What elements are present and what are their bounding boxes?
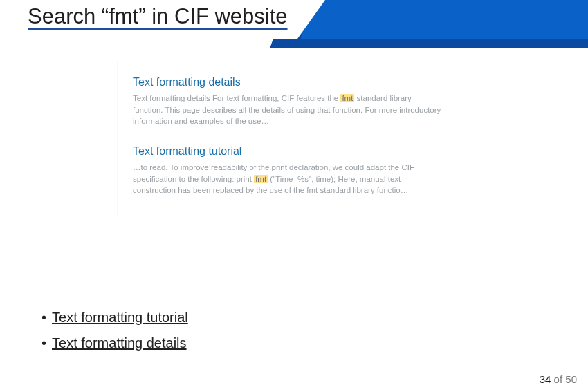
result-snippet: …to read. To improve readability of the … xyxy=(133,162,441,196)
result-title[interactable]: Text formatting tutorial xyxy=(133,145,441,158)
search-results-panel: Text formatting details Text formatting … xyxy=(118,62,457,216)
bullet-dot-icon: • xyxy=(42,310,46,324)
highlight-term: fmt xyxy=(254,175,268,183)
search-result: Text formatting tutorial …to read. To im… xyxy=(133,145,441,196)
slide-title: Search “fmt” in CIF website xyxy=(28,4,288,29)
list-item: • Text formatting details xyxy=(42,335,188,351)
search-result: Text formatting details Text formatting … xyxy=(133,76,441,127)
page-number: 34 of 50 xyxy=(540,373,577,385)
highlight-term: fmt xyxy=(340,94,354,102)
result-title[interactable]: Text formatting details xyxy=(133,76,441,88)
bullet-link[interactable]: Text formatting details xyxy=(52,335,187,351)
bullet-list: • Text formatting tutorial • Text format… xyxy=(42,310,188,361)
bullet-dot-icon: • xyxy=(42,336,46,350)
bullet-link[interactable]: Text formatting tutorial xyxy=(52,310,188,326)
svg-marker-1 xyxy=(301,0,588,39)
slide-titlebar: Search “fmt” in CIF website xyxy=(0,0,588,48)
result-snippet: Text formatting details For text formatt… xyxy=(133,93,441,127)
list-item: • Text formatting tutorial xyxy=(42,310,188,326)
